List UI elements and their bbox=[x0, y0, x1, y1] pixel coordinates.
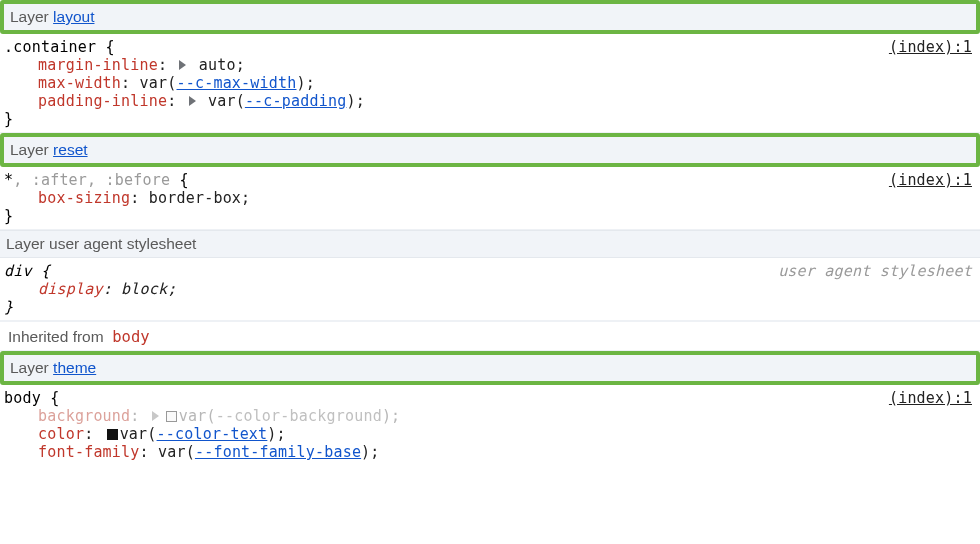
fn: var( bbox=[208, 92, 245, 110]
rule-container: (index):1 .container { margin-inline: au… bbox=[0, 34, 980, 133]
colon: : bbox=[167, 92, 185, 110]
css-property: box-sizing bbox=[38, 189, 130, 207]
colon: : bbox=[121, 74, 139, 92]
layer-header-layout[interactable]: Layer layout bbox=[0, 0, 980, 34]
layer-word: Layer bbox=[10, 359, 49, 376]
source-link[interactable]: (index):1 bbox=[889, 171, 972, 189]
layer-label: Layer user agent stylesheet bbox=[6, 235, 196, 252]
tail: ); bbox=[346, 92, 364, 110]
css-property: margin-inline bbox=[38, 56, 158, 74]
selector[interactable]: body bbox=[4, 389, 41, 407]
layer-link-theme[interactable]: theme bbox=[53, 359, 96, 376]
tail: ); bbox=[361, 443, 379, 461]
inherited-label: Inherited from bbox=[8, 328, 104, 345]
semi: ; bbox=[241, 189, 250, 207]
colon: : bbox=[103, 280, 121, 298]
fn: var( bbox=[120, 425, 157, 443]
expand-icon[interactable] bbox=[152, 411, 159, 421]
colon: : bbox=[130, 407, 148, 425]
declaration[interactable]: max-width: var(--c-max-width); bbox=[4, 74, 972, 92]
fn: var( bbox=[140, 74, 177, 92]
layer-header-theme[interactable]: Layer theme bbox=[0, 351, 980, 385]
css-property: display bbox=[38, 280, 103, 298]
ua-source-label: user agent stylesheet bbox=[778, 262, 972, 280]
css-property: font-family bbox=[38, 443, 140, 461]
css-var-link[interactable]: --color-text bbox=[157, 425, 268, 443]
inherited-tag[interactable]: body bbox=[112, 328, 149, 346]
tail: ); bbox=[267, 425, 285, 443]
inherited-from-row: Inherited from body bbox=[0, 321, 980, 351]
css-property: max-width bbox=[38, 74, 121, 92]
rule-body: (index):1 body { background: var(--color… bbox=[0, 385, 980, 481]
css-property: color bbox=[38, 425, 84, 443]
declaration[interactable]: padding-inline: var(--c-padding); bbox=[4, 92, 972, 110]
color-swatch[interactable] bbox=[107, 429, 118, 440]
selector[interactable]: div bbox=[4, 262, 32, 280]
css-property: padding-inline bbox=[38, 92, 167, 110]
open-brace: { bbox=[170, 171, 188, 189]
css-var-link[interactable]: --font-family-base bbox=[195, 443, 361, 461]
css-value: border-box bbox=[149, 189, 241, 207]
source-link[interactable]: (index):1 bbox=[889, 389, 972, 407]
semi: ; bbox=[167, 280, 176, 298]
semi: ; bbox=[236, 56, 245, 74]
declaration-inactive[interactable]: background: var(--color-background); bbox=[4, 407, 972, 425]
declaration[interactable]: font-family: var(--font-family-base); bbox=[4, 443, 972, 461]
colon: : bbox=[140, 443, 158, 461]
declaration[interactable]: margin-inline: auto; bbox=[4, 56, 972, 74]
colon: : bbox=[130, 189, 148, 207]
fn: var( bbox=[179, 407, 216, 425]
layer-word: Layer bbox=[10, 8, 49, 25]
source-link[interactable]: (index):1 bbox=[889, 38, 972, 56]
expand-icon[interactable] bbox=[189, 96, 196, 106]
declaration[interactable]: color: var(--color-text); bbox=[4, 425, 972, 443]
open-brace: { bbox=[32, 262, 50, 280]
layer-word: Layer bbox=[10, 141, 49, 158]
declaration[interactable]: box-sizing: border-box; bbox=[4, 189, 972, 207]
css-var-link[interactable]: --c-padding bbox=[245, 92, 347, 110]
css-value: auto bbox=[199, 56, 236, 74]
layer-link-reset[interactable]: reset bbox=[53, 141, 87, 158]
rule-user-agent: user agent stylesheet div { display: blo… bbox=[0, 258, 980, 321]
fn: var( bbox=[158, 443, 195, 461]
expand-icon[interactable] bbox=[179, 60, 186, 70]
close-brace: } bbox=[4, 110, 13, 128]
close-brace: } bbox=[4, 298, 13, 316]
layer-header-user-agent: Layer user agent stylesheet bbox=[0, 230, 980, 258]
css-value: block bbox=[121, 280, 167, 298]
declaration[interactable]: display: block; bbox=[4, 280, 972, 298]
color-swatch[interactable] bbox=[166, 411, 177, 422]
selector-dim: , :after, :before bbox=[13, 171, 170, 189]
colon: : bbox=[158, 56, 176, 74]
css-property: background bbox=[38, 407, 130, 425]
tail: ); bbox=[296, 74, 314, 92]
css-var-link[interactable]: --c-max-width bbox=[176, 74, 296, 92]
colon: : bbox=[84, 425, 102, 443]
selector[interactable]: * bbox=[4, 171, 13, 189]
selector[interactable]: .container bbox=[4, 38, 96, 56]
layer-link-layout[interactable]: layout bbox=[53, 8, 94, 25]
tail: ); bbox=[382, 407, 400, 425]
close-brace: } bbox=[4, 207, 13, 225]
rule-reset: (index):1 *, :after, :before { box-sizin… bbox=[0, 167, 980, 230]
open-brace: { bbox=[96, 38, 114, 56]
open-brace: { bbox=[41, 389, 59, 407]
css-var-link[interactable]: --color-background bbox=[216, 407, 382, 425]
layer-header-reset[interactable]: Layer reset bbox=[0, 133, 980, 167]
